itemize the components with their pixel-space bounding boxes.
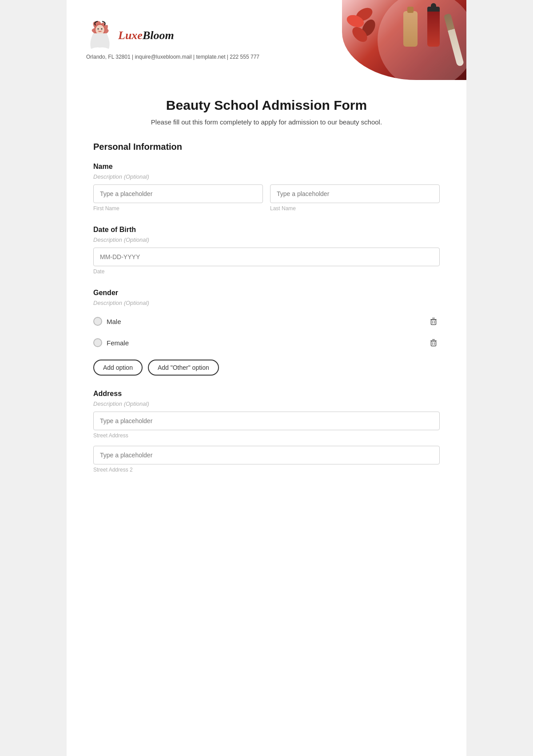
gender-button-row: Add option Add "Other" option [93, 360, 440, 376]
section-personal-info-title: Personal Information [93, 142, 440, 152]
page-header: LuxeBloom Orlando, FL 32801 | inquire@lu… [67, 0, 466, 80]
delete-male-icon[interactable] [427, 315, 440, 328]
field-group-gender: Gender Description (Optional) Male [93, 289, 440, 376]
field-label-name: Name [93, 163, 440, 171]
name-input-row: First Name Last Name [93, 184, 440, 212]
last-name-col: Last Name [270, 184, 440, 212]
logo-text: LuxeBloom [118, 29, 174, 42]
radio-male-label: Male [107, 318, 121, 325]
first-name-sublabel: First Name [93, 205, 263, 212]
header-decorative-image [342, 0, 466, 80]
field-group-dob: Date of Birth Description (Optional) Dat… [93, 226, 440, 275]
svg-point-3 [101, 28, 103, 30]
field-description-name: Description (Optional) [93, 173, 440, 180]
field-description-address: Description (Optional) [93, 400, 440, 407]
form-content: Beauty School Admission Form Please fill… [67, 80, 466, 514]
field-group-name: Name Description (Optional) First Name L… [93, 163, 440, 212]
field-label-dob: Date of Birth [93, 226, 440, 234]
contact-info: Orlando, FL 32801 | inquire@luxebloom.ma… [86, 54, 259, 60]
street-address-2-sublabel: Street Address 2 [93, 467, 440, 473]
form-subtitle: Please fill out this form completely to … [93, 118, 440, 126]
add-other-option-button[interactable]: Add "Other" option [148, 360, 219, 376]
last-name-input[interactable] [270, 184, 440, 203]
gender-option-female[interactable]: Female [93, 332, 440, 353]
svg-rect-10 [432, 339, 435, 340]
field-label-gender: Gender [93, 289, 440, 297]
radio-male[interactable] [93, 317, 102, 326]
svg-rect-5 [432, 318, 435, 319]
field-label-address: Address [93, 390, 440, 398]
last-name-sublabel: Last Name [270, 205, 440, 212]
field-description-dob: Description (Optional) [93, 236, 440, 243]
svg-rect-6 [431, 320, 436, 325]
svg-rect-11 [431, 341, 436, 346]
add-option-button[interactable]: Add option [93, 360, 143, 376]
form-title: Beauty School Admission Form [93, 98, 440, 113]
logo-icon [84, 20, 115, 51]
svg-point-2 [98, 28, 99, 30]
street-address-input[interactable] [93, 412, 440, 430]
street-address-2-input[interactable] [93, 446, 440, 464]
street-address-sublabel: Street Address [93, 432, 440, 439]
dob-sublabel: Date [93, 268, 440, 275]
field-group-address: Address Description (Optional) Street Ad… [93, 390, 440, 473]
first-name-col: First Name [93, 184, 263, 212]
svg-point-1 [95, 25, 104, 35]
delete-female-icon[interactable] [427, 336, 440, 349]
logo-section: LuxeBloom Orlando, FL 32801 | inquire@lu… [84, 20, 259, 60]
logo-area: LuxeBloom [84, 20, 259, 51]
gender-option-male[interactable]: Male [93, 311, 440, 332]
radio-female-label: Female [107, 339, 129, 347]
field-description-gender: Description (Optional) [93, 300, 440, 306]
dob-input[interactable] [93, 248, 440, 266]
first-name-input[interactable] [93, 184, 263, 203]
radio-female[interactable] [93, 338, 102, 347]
